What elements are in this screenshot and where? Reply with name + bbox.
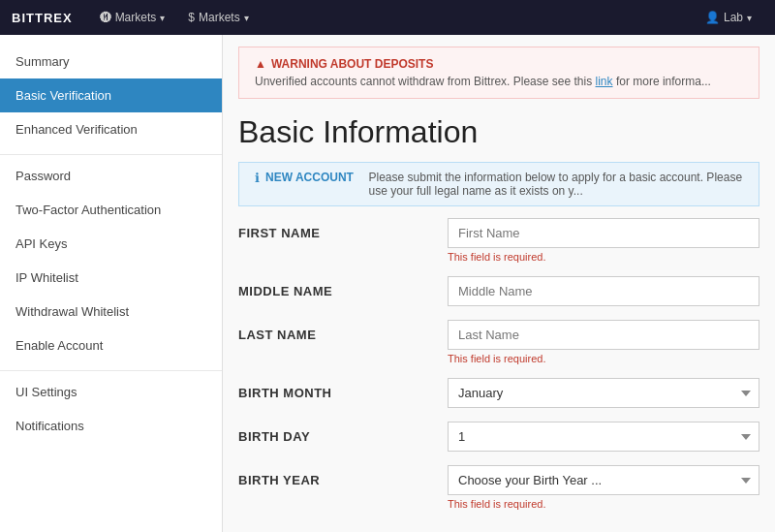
sidebar-group-settings: UI Settings Notifications bbox=[0, 370, 222, 443]
birth-year-error: This field is required. bbox=[448, 498, 760, 510]
input-group-birth-day: 12345 678910 1112131415 1617181920 21222… bbox=[448, 422, 760, 452]
sidebar-item-basic-verification[interactable]: Basic Verification bbox=[0, 78, 222, 112]
main-content: ▲ WARNING ABOUT DEPOSITS Unverified acco… bbox=[223, 35, 775, 532]
header-right: 👤 Lab ▾ bbox=[694, 11, 763, 24]
input-group-birth-year: Choose your Birth Year ... This field is… bbox=[448, 465, 760, 510]
form-row-last-name: LAST NAME This field is required. bbox=[238, 320, 760, 364]
info-circle-icon: ℹ bbox=[255, 171, 260, 185]
info-banner-text: Please submit the information below to a… bbox=[369, 171, 743, 198]
warning-text: Unverified accounts cannot withdraw from… bbox=[255, 75, 743, 88]
birth-day-select[interactable]: 12345 678910 1112131415 1617181920 21222… bbox=[448, 422, 760, 452]
last-name-input[interactable] bbox=[448, 320, 760, 350]
user-icon: 👤 bbox=[705, 11, 720, 24]
chevron-down-icon-2: ▾ bbox=[244, 13, 249, 23]
chevron-down-icon: ▾ bbox=[160, 13, 165, 23]
input-group-birth-month: January February March April May June Ju… bbox=[448, 378, 760, 408]
sidebar-item-enable-account[interactable]: Enable Account bbox=[0, 329, 222, 362]
label-last-name: LAST NAME bbox=[238, 320, 432, 342]
sidebar-item-two-factor[interactable]: Two-Factor Authentication bbox=[0, 193, 222, 227]
lab-menu[interactable]: 👤 Lab ▾ bbox=[694, 11, 763, 24]
warning-title: ▲ WARNING ABOUT DEPOSITS bbox=[255, 57, 743, 71]
header: BITTREX 🅜 Markets ▾ $ Markets ▾ 👤 Lab ▾ bbox=[0, 0, 775, 35]
form-row-birth-day: BIRTH DAY 12345 678910 1112131415 161718… bbox=[238, 422, 760, 452]
last-name-error: This field is required. bbox=[448, 353, 760, 364]
form-row-birth-month: BIRTH MONTH January February March April… bbox=[238, 378, 760, 408]
page-title: Basic Information bbox=[238, 114, 760, 150]
sidebar: Summary Basic Verification Enhanced Veri… bbox=[0, 35, 223, 532]
warning-triangle-icon: ▲ bbox=[255, 57, 266, 71]
sidebar-item-password[interactable]: Password bbox=[0, 159, 222, 193]
birth-month-select[interactable]: January February March April May June Ju… bbox=[448, 378, 760, 408]
label-birth-year: BIRTH YEAR bbox=[238, 465, 432, 487]
form-row-birth-year: BIRTH YEAR Choose your Birth Year ... Th… bbox=[238, 465, 760, 510]
info-banner-title: NEW ACCOUNT bbox=[265, 171, 354, 184]
first-name-error: This field is required. bbox=[448, 251, 760, 263]
form-row-first-name: FIRST NAME This field is required. bbox=[238, 218, 760, 263]
info-banner: ℹ NEW ACCOUNT Please submit the informat… bbox=[238, 162, 760, 206]
warning-banner: ▲ WARNING ABOUT DEPOSITS Unverified acco… bbox=[238, 47, 760, 99]
label-first-name: FIRST NAME bbox=[238, 218, 432, 240]
label-birth-day: BIRTH DAY bbox=[238, 422, 432, 444]
form-row-middle-name: MIDDLE NAME bbox=[238, 276, 760, 306]
sidebar-item-summary[interactable]: Summary bbox=[0, 45, 222, 78]
logo: BITTREX bbox=[12, 11, 73, 25]
lab-chevron-icon: ▾ bbox=[747, 13, 752, 23]
nav-markets-2[interactable]: $ Markets ▾ bbox=[176, 0, 260, 35]
label-birth-month: BIRTH MONTH bbox=[238, 378, 432, 400]
middle-name-input[interactable] bbox=[448, 276, 760, 306]
input-group-last-name: This field is required. bbox=[448, 320, 760, 364]
layout: Summary Basic Verification Enhanced Veri… bbox=[0, 35, 775, 532]
sidebar-item-api-keys[interactable]: API Keys bbox=[0, 227, 222, 261]
input-group-first-name: This field is required. bbox=[448, 218, 760, 263]
sidebar-item-withdrawal-whitelist[interactable]: Withdrawal Whitelist bbox=[0, 295, 222, 329]
birth-year-select[interactable]: Choose your Birth Year ... bbox=[448, 465, 760, 495]
nav-markets-1[interactable]: 🅜 Markets ▾ bbox=[88, 0, 177, 35]
sidebar-item-ui-settings[interactable]: UI Settings bbox=[0, 375, 222, 409]
top-nav: 🅜 Markets ▾ $ Markets ▾ bbox=[88, 0, 678, 35]
warning-link[interactable]: link bbox=[596, 75, 613, 88]
sidebar-item-ip-whitelist[interactable]: IP Whitelist bbox=[0, 261, 222, 295]
sidebar-item-enhanced-verification[interactable]: Enhanced Verification bbox=[0, 112, 222, 146]
input-group-middle-name bbox=[448, 276, 760, 306]
first-name-input[interactable] bbox=[448, 218, 760, 248]
markets-icon: 🅜 bbox=[100, 11, 111, 24]
form-area: FIRST NAME This field is required. MIDDL… bbox=[223, 218, 775, 510]
label-middle-name: MIDDLE NAME bbox=[238, 276, 432, 298]
dollar-icon: $ bbox=[188, 11, 195, 24]
sidebar-group-security: Password Two-Factor Authentication API K… bbox=[0, 154, 222, 362]
sidebar-item-notifications[interactable]: Notifications bbox=[0, 409, 222, 443]
